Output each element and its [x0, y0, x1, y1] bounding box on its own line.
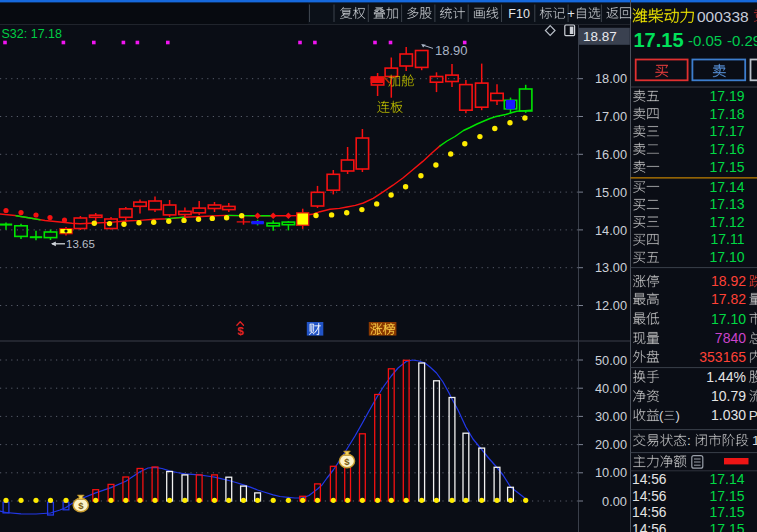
svg-text:17.12: 17.12: [709, 214, 744, 230]
svg-text:0.00: 0.00: [602, 494, 627, 509]
svg-text:14:56: 14:56: [632, 472, 667, 487]
svg-text:17.16: 17.16: [709, 141, 744, 157]
svg-text:14:56: 14:56: [632, 489, 667, 504]
svg-text:17.82: 17.82: [711, 291, 746, 307]
svg-text:18.92: 18.92: [711, 273, 746, 289]
svg-text:10.79: 10.79: [711, 388, 746, 404]
svg-text:12.00: 12.00: [595, 298, 627, 313]
svg-text:P: P: [749, 408, 757, 423]
svg-text:17.10: 17.10: [709, 249, 744, 265]
svg-text:14.00: 14.00: [595, 223, 627, 238]
svg-text:17.14: 17.14: [709, 179, 744, 195]
svg-text:1.030: 1.030: [711, 407, 746, 423]
svg-text:7840: 7840: [715, 330, 746, 346]
svg-text:353165: 353165: [699, 349, 746, 365]
svg-text:$: $: [237, 325, 244, 337]
svg-text:F10: F10: [508, 7, 530, 21]
svg-text:13.65: 13.65: [66, 238, 95, 250]
svg-text:17.15: 17.15: [634, 29, 684, 51]
svg-text:+: +: [567, 6, 575, 21]
svg-text:): ): [676, 408, 680, 423]
svg-text:000338: 000338: [697, 8, 749, 25]
svg-text:40.00: 40.00: [595, 381, 627, 396]
svg-text:17.13: 17.13: [709, 196, 744, 212]
svg-text:18.87: 18.87: [583, 29, 617, 44]
svg-text:30.00: 30.00: [595, 409, 627, 424]
svg-text:17.10: 17.10: [711, 311, 746, 327]
svg-text:(: (: [659, 408, 664, 423]
svg-text:17.15: 17.15: [709, 521, 744, 532]
svg-text:16.00: 16.00: [595, 147, 627, 162]
svg-text:17.18: 17.18: [709, 106, 744, 122]
svg-text:17.00: 17.00: [595, 109, 627, 124]
svg-text:13.00: 13.00: [595, 260, 627, 275]
svg-text:17.14: 17.14: [709, 471, 744, 487]
svg-text:1.44%: 1.44%: [706, 369, 746, 385]
svg-text:S32: 17.18: S32: 17.18: [2, 27, 63, 41]
svg-text:17.11: 17.11: [711, 231, 745, 247]
svg-text:14:56: 14:56: [632, 505, 667, 520]
svg-text:17.15: 17.15: [709, 504, 744, 520]
svg-text:-0.05: -0.05: [688, 32, 722, 49]
svg-text:1: 1: [752, 433, 757, 448]
svg-text::: :: [687, 433, 691, 448]
svg-text:$: $: [344, 456, 350, 467]
svg-text:14:56: 14:56: [632, 522, 667, 532]
svg-text:17.15: 17.15: [709, 159, 744, 175]
svg-text:17.17: 17.17: [709, 123, 744, 139]
svg-text:18.90: 18.90: [435, 43, 468, 58]
svg-text:-0.29: -0.29: [727, 32, 757, 49]
svg-text:50.00: 50.00: [595, 353, 627, 368]
svg-text:18.00: 18.00: [595, 71, 627, 86]
svg-text:$: $: [78, 500, 84, 511]
svg-text:10.00: 10.00: [595, 465, 627, 480]
svg-text:17.19: 17.19: [709, 88, 744, 104]
svg-text:17.15: 17.15: [709, 488, 744, 504]
svg-text:15.00: 15.00: [595, 185, 627, 200]
svg-text:20.00: 20.00: [595, 437, 627, 452]
